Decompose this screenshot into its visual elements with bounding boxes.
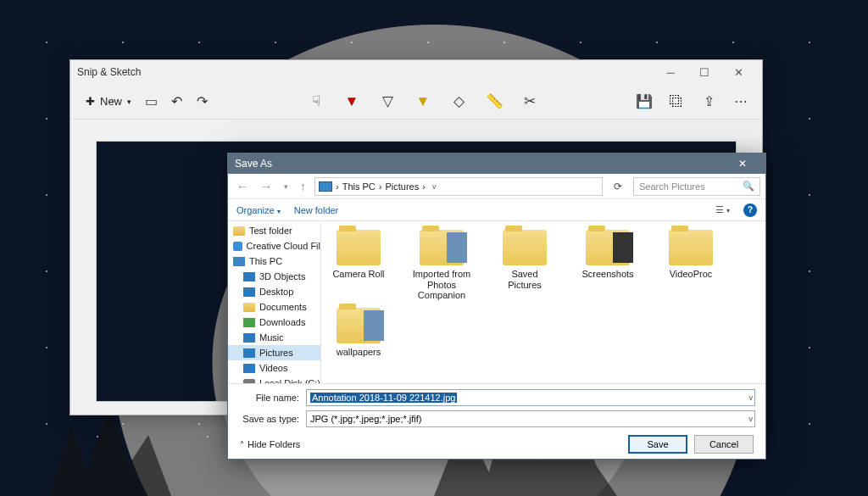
snip-toolbar: ✚ New ▾ ▭ ↶ ↷ ☟ ▼ ▽ ▼ ◇ 📏 ✂ 💾 ⿻ ⇪ ⋯ [70, 84, 762, 120]
file-item-label: Imported from Photos Companion [411, 269, 472, 301]
music-icon [243, 333, 255, 343]
touch-writing-button[interactable]: ☟ [303, 89, 329, 114]
nav-up-button[interactable]: ↑ [297, 180, 309, 193]
window-close-button[interactable]: ✕ [721, 66, 755, 79]
window-maximize-button[interactable]: ☐ [687, 66, 721, 79]
window-minimize-button[interactable]: ─ [654, 66, 687, 79]
nav-forward-button[interactable]: → [257, 180, 275, 193]
delay-snip-button[interactable]: ▭ [138, 89, 164, 114]
folder-icon [337, 230, 381, 265]
tree-item[interactable]: Pictures [228, 345, 320, 360]
folder-preview-overlay [447, 232, 467, 263]
file-item[interactable]: Camera Roll [328, 230, 389, 301]
breadcrumb-sep: › [379, 181, 382, 192]
eraser-button[interactable]: ◇ [446, 89, 471, 114]
redo-button[interactable]: ↷ [189, 89, 214, 114]
ruler-button[interactable]: 📏 [481, 89, 507, 114]
file-item-label: Saved Pictures [494, 269, 555, 290]
address-breadcrumb[interactable]: › This PC › Pictures › v [314, 177, 603, 196]
file-name-value: Annotation 2018-11-09 221412.jpg [310, 393, 457, 403]
new-folder-button[interactable]: New folder [294, 205, 339, 215]
recent-locations-button[interactable]: ▾ [281, 182, 292, 191]
tree-item[interactable]: Videos [228, 360, 320, 376]
tree-item[interactable]: This PC [228, 254, 320, 269]
crop-button[interactable]: ✂ [517, 89, 542, 114]
search-icon: 🔍 [743, 181, 754, 192]
organize-menu[interactable]: Organize ▾ [236, 205, 281, 215]
undo-button[interactable]: ↶ [164, 89, 189, 114]
breadcrumb-item[interactable]: Pictures [385, 181, 419, 192]
tree-item[interactable]: Local Disk (C:) [228, 376, 320, 383]
tree-item-label: Music [259, 332, 284, 343]
copy-button[interactable]: ⿻ [664, 89, 689, 114]
change-view-button[interactable]: ☰ ▾ [715, 204, 730, 215]
address-dropdown-icon[interactable]: v [432, 182, 437, 191]
tree-item-label: 3D Objects [259, 271, 305, 281]
folder-icon [337, 308, 381, 343]
hide-folders-button[interactable]: ˄ Hide Folders [240, 439, 300, 449]
more-button[interactable]: ⋯ [728, 89, 754, 114]
file-grid[interactable]: Camera RollImported from Photos Companio… [321, 221, 765, 383]
chevron-down-icon[interactable]: v [749, 415, 754, 423]
nav-tree[interactable]: Test folderCreative Cloud FilThis PC3D O… [228, 221, 321, 383]
refresh-button[interactable]: ⟳ [608, 180, 628, 193]
breadcrumb-sep: › [336, 181, 339, 192]
blue-icon [243, 272, 255, 281]
this-pc-icon [319, 181, 332, 192]
breadcrumb-item[interactable]: This PC [342, 181, 376, 192]
dialog-title: Save As [235, 158, 272, 170]
pencil-button[interactable]: ▽ [375, 89, 400, 114]
tree-item[interactable]: Music [228, 330, 320, 345]
highlighter-button[interactable]: ▼ [410, 89, 436, 114]
file-item[interactable]: Saved Pictures [494, 230, 555, 301]
tree-item[interactable]: Test folder [228, 223, 320, 238]
tree-item-label: This PC [249, 256, 282, 266]
dialog-bottom-panel: File name: Annotation 2018-11-09 221412.… [228, 383, 765, 459]
blue-icon [243, 287, 255, 297]
tree-item-label: Desktop [259, 287, 293, 297]
green-icon [243, 318, 255, 327]
nav-back-button[interactable]: ← [233, 180, 252, 193]
file-name-input[interactable]: Annotation 2018-11-09 221412.jpg v [306, 389, 755, 406]
cancel-button[interactable]: Cancel [694, 435, 754, 454]
folder-icon [669, 230, 713, 265]
folder-preview-overlay [364, 310, 384, 341]
file-item[interactable]: VideoProc [660, 230, 721, 301]
file-item[interactable]: Imported from Photos Companion [411, 230, 472, 301]
file-item-label: wallpapers [337, 347, 381, 358]
tree-item[interactable]: 3D Objects [228, 269, 320, 284]
new-label: New [100, 95, 122, 108]
tree-item-label: Test folder [249, 226, 292, 236]
dialog-navbar: ← → ▾ ↑ › This PC › Pictures › v ⟳ Searc… [228, 174, 765, 199]
dialog-close-button[interactable]: ✕ [726, 158, 759, 170]
blue-icon [243, 348, 255, 358]
dialog-command-bar: Organize ▾ New folder ☰ ▾ ? [228, 199, 765, 221]
save-as-dialog: Save As ✕ ← → ▾ ↑ › This PC › Pictures ›… [227, 153, 766, 460]
tree-item[interactable]: Documents [228, 299, 320, 315]
share-button[interactable]: ⇪ [696, 89, 721, 114]
pc-icon [233, 257, 245, 266]
dialog-titlebar[interactable]: Save As ✕ [228, 153, 765, 174]
folder-icon [243, 303, 255, 312]
save-as-type-select[interactable]: JPG (*.jpg;*.jpeg;*.jpe;*.jfif) v [306, 410, 755, 427]
folder-icon [420, 230, 464, 265]
save-as-type-label: Save as type: [238, 414, 299, 424]
save-as-type-value: JPG (*.jpg;*.jpeg;*.jpe;*.jfif) [310, 414, 421, 424]
chevron-down-icon[interactable]: v [749, 393, 754, 402]
save-confirm-button[interactable]: Save [628, 435, 687, 454]
new-snip-button[interactable]: ✚ New ▾ [79, 92, 138, 111]
tree-item[interactable]: Downloads [228, 315, 320, 330]
tree-item-label: Pictures [259, 348, 293, 358]
chevron-down-icon: ▾ [127, 98, 131, 106]
ballpoint-pen-button[interactable]: ▼ [339, 89, 364, 114]
file-item[interactable]: wallpapers [328, 308, 389, 358]
tree-item[interactable]: Creative Cloud Fil [228, 238, 320, 254]
file-item[interactable]: Screenshots [577, 230, 638, 301]
snip-titlebar[interactable]: Snip & Sketch ─ ☐ ✕ [70, 60, 762, 84]
tree-item-label: Downloads [259, 317, 305, 327]
file-item-label: VideoProc [670, 269, 713, 280]
tree-item[interactable]: Desktop [228, 284, 320, 299]
save-button[interactable]: 💾 [632, 89, 657, 114]
help-button[interactable]: ? [743, 203, 757, 217]
search-input[interactable]: Search Pictures 🔍 [633, 177, 760, 196]
